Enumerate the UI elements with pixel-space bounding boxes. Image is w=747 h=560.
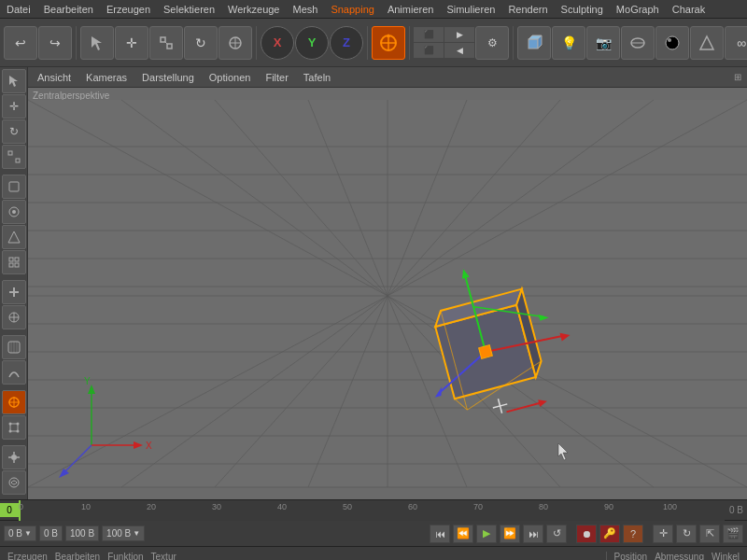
record-btn-bot[interactable]: ⬛ <box>414 43 444 58</box>
svg-rect-43 <box>10 424 18 431</box>
menu-charak[interactable]: Charak <box>666 2 712 17</box>
viewport-menu-darstellung[interactable]: Darstellung <box>138 72 198 83</box>
timeline-marker-90: 90 <box>604 502 613 511</box>
sidebar-tool9[interactable] <box>2 280 26 304</box>
sidebar-tool16[interactable] <box>2 470 26 495</box>
move-tool-transport[interactable]: ✛ <box>653 525 673 543</box>
sidebar-scale-tool[interactable] <box>2 145 26 169</box>
unknown-btn1[interactable] <box>690 26 724 60</box>
sidebar-tool7[interactable] <box>2 225 26 249</box>
sidebar-tool8[interactable] <box>2 250 26 274</box>
rotate-tool-transport[interactable]: ↻ <box>676 525 697 543</box>
scale-tool-transport[interactable]: ⇱ <box>699 525 720 543</box>
anim-settings-btn[interactable]: ⚙ <box>475 26 509 60</box>
transform-button[interactable] <box>218 26 252 60</box>
next-frame-btn[interactable]: ⏩ <box>500 525 520 543</box>
motion-btn[interactable]: ? <box>623 525 643 543</box>
sidebar-tool10[interactable] <box>2 305 26 329</box>
move-button[interactable]: ✛ <box>115 26 148 60</box>
viewport-menu-filter[interactable]: Filter <box>261 72 291 83</box>
bottom-funktion[interactable]: Funktion <box>107 552 143 560</box>
sidebar-snap-tool[interactable] <box>2 390 26 414</box>
sidebar-tool6[interactable] <box>2 200 26 224</box>
timeline-marker-40: 40 <box>277 502 287 511</box>
sidebar-tool15[interactable] <box>2 445 26 469</box>
timeline-ruler[interactable]: 0 10 20 30 40 50 60 70 80 90 100 <box>19 500 725 521</box>
sidebar-pointer-tool[interactable] <box>2 69 26 93</box>
menu-datei[interactable]: Datei <box>0 2 37 17</box>
timeline-marker-60: 60 <box>408 502 417 511</box>
rotate-button[interactable]: ↻ <box>184 26 218 60</box>
menu-snapping[interactable]: Snapping <box>324 2 381 17</box>
auto-key-btn[interactable]: 🔑 <box>599 525 620 543</box>
toolbar-primitives-group: 💡 📷 ∞ <box>517 26 747 60</box>
snapping-button[interactable] <box>372 26 405 60</box>
svg-marker-19 <box>700 36 713 49</box>
z-axis-button[interactable]: Z <box>330 26 363 60</box>
sidebar-tool14[interactable] <box>2 415 26 440</box>
toolbar-selection-group: ✛ ↻ <box>80 26 257 60</box>
light-btn[interactable]: 💡 <box>552 26 585 60</box>
menu-animieren[interactable]: Animieren <box>381 2 441 17</box>
arrow-select-button[interactable] <box>80 26 114 60</box>
svg-rect-28 <box>15 258 19 261</box>
deformer-btn[interactable] <box>621 26 655 60</box>
material-btn[interactable] <box>655 26 689 60</box>
go-end-btn[interactable]: ⏭ <box>523 525 543 543</box>
transport-field1[interactable]: 0 B ▼ <box>4 525 36 541</box>
go-start-btn[interactable]: ⏮ <box>430 525 450 543</box>
viewport-menu-ansicht[interactable]: Ansicht <box>34 72 75 83</box>
svg-rect-30 <box>15 263 19 267</box>
scale-button[interactable] <box>149 26 183 60</box>
menu-simulieren[interactable]: Simulieren <box>440 2 501 17</box>
menu-mesh[interactable]: Mesh <box>286 2 324 17</box>
menu-sculpting[interactable]: Sculpting <box>555 2 610 17</box>
svg-text:X: X <box>146 441 152 451</box>
viewport-menu-tafeln[interactable]: Tafeln <box>300 72 334 83</box>
svg-rect-21 <box>8 151 12 155</box>
sidebar-tool11[interactable] <box>2 335 26 359</box>
play-btn[interactable]: ▶ <box>476 525 497 543</box>
key-btn-bot[interactable]: ◀ <box>444 43 474 58</box>
prev-frame-btn[interactable]: ⏪ <box>453 525 473 543</box>
transport-field4-value: 100 B <box>106 528 131 539</box>
bottom-bearbeiten[interactable]: Bearbeiten <box>55 552 100 560</box>
timeline-marker-10: 10 <box>81 502 91 511</box>
menu-selektieren[interactable]: Selektieren <box>157 2 221 17</box>
sidebar-rotate-tool[interactable]: ↻ <box>2 119 26 144</box>
bottom-erzeugen[interactable]: Erzeugen <box>7 552 48 560</box>
svg-rect-29 <box>9 263 13 267</box>
timeline-marker-30: 30 <box>212 502 221 511</box>
sidebar-tool5[interactable] <box>2 175 26 199</box>
unknown-btn2[interactable]: ∞ <box>725 26 747 60</box>
viewport-menu-optionen[interactable]: Optionen <box>205 72 255 83</box>
toolbar-anim-group: ⬛ ⬛ ▶ ◀ ⚙ <box>414 26 514 60</box>
timeline-marker-70: 70 <box>473 502 483 511</box>
menu-werkzeuge[interactable]: Werkzeuge <box>221 2 286 17</box>
viewport-menu-kameras[interactable]: Kameras <box>82 72 131 83</box>
menu-rendern[interactable]: Rendern <box>501 2 554 17</box>
svg-line-3 <box>164 41 168 45</box>
render-transport[interactable]: 🎬 <box>723 525 743 543</box>
x-axis-button[interactable]: X <box>261 26 294 60</box>
record-btn-top[interactable]: ⬛ <box>414 27 444 42</box>
loop-btn[interactable]: ↺ <box>546 525 567 543</box>
undo-button[interactable]: ↩ <box>4 26 37 60</box>
timeline-marker-100: 100 <box>663 502 677 511</box>
record-btn[interactable]: ⏺ <box>576 525 597 543</box>
menu-erzeugen[interactable]: Erzeugen <box>100 2 157 17</box>
y-axis-button[interactable]: Y <box>295 26 329 60</box>
transport-field2[interactable]: 0 B <box>39 525 63 541</box>
viewport[interactable]: Ansicht Kameras Darstellung Optionen Fil… <box>28 67 747 499</box>
menu-bearbeiten[interactable]: Bearbeiten <box>37 2 100 17</box>
bottom-textur[interactable]: Textur <box>151 552 176 560</box>
sidebar-move-tool[interactable]: ✛ <box>2 94 26 119</box>
transport-field3[interactable]: 100 B <box>65 525 99 541</box>
redo-button[interactable]: ↪ <box>38 26 72 60</box>
menu-mograph[interactable]: MoGraph <box>610 2 666 17</box>
cube-primitive-btn[interactable] <box>517 26 551 60</box>
transport-field4[interactable]: 100 B ▼ <box>102 525 145 541</box>
key-btn-top[interactable]: ▶ <box>444 27 474 42</box>
sidebar-tool12[interactable] <box>2 360 26 385</box>
camera-btn[interactable]: 📷 <box>586 26 620 60</box>
